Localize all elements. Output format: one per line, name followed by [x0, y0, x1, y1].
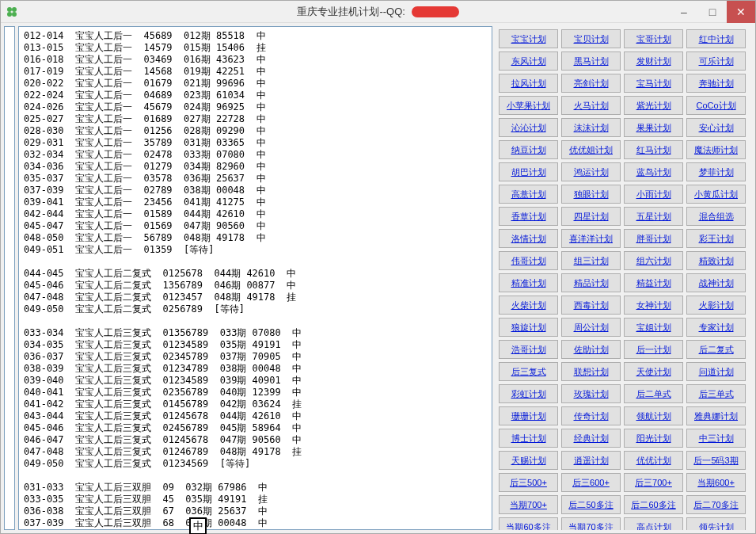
plan-button[interactable]: 香蕈计划 — [499, 207, 558, 226]
plan-button[interactable]: 高点计划 — [624, 517, 683, 530]
plan-button[interactable]: 黑马计划 — [561, 51, 621, 71]
plan-button[interactable]: 后二50多注 — [561, 495, 621, 514]
plan-button[interactable]: 佐助计划 — [561, 340, 621, 359]
plan-button[interactable]: 高薏计划 — [499, 185, 558, 204]
plan-button[interactable]: 领先计划 — [686, 517, 746, 530]
plan-button[interactable]: 沫沫计划 — [561, 118, 621, 137]
plan-button[interactable]: 当期600+ — [686, 473, 746, 492]
plan-button[interactable]: 蓝鸟计划 — [624, 162, 683, 181]
plan-button[interactable]: 精致计划 — [686, 251, 746, 270]
plan-button[interactable]: 周公计划 — [561, 318, 621, 337]
plan-button[interactable]: 当期60多注 — [499, 517, 558, 530]
plan-button[interactable]: 当期70多注 — [561, 517, 621, 530]
plan-button[interactable]: 中三计划 — [686, 429, 746, 448]
plan-button[interactable]: 火柴计划 — [499, 296, 558, 315]
plan-button[interactable]: 果果计划 — [624, 118, 683, 137]
plan-button[interactable]: 四星计划 — [561, 207, 621, 226]
plan-button[interactable]: 浩哥计划 — [499, 340, 558, 359]
plan-button[interactable]: 珊珊计划 — [499, 406, 558, 425]
plan-button[interactable]: 传奇计划 — [561, 406, 621, 425]
plan-button[interactable]: 女神计划 — [624, 296, 683, 315]
plan-button[interactable]: 西毒计划 — [561, 296, 621, 315]
plan-button[interactable]: 奔驰计划 — [686, 74, 746, 93]
plan-button[interactable]: 红马计划 — [624, 140, 683, 159]
maximize-button[interactable]: □ — [698, 1, 727, 23]
plan-button[interactable]: 安心计划 — [686, 118, 746, 137]
plan-button[interactable]: CoCo计划 — [686, 96, 746, 115]
plan-button[interactable]: 彩王计划 — [686, 229, 746, 248]
plan-button[interactable]: 问道计划 — [686, 362, 746, 381]
plan-button[interactable]: 后三600+ — [561, 473, 621, 492]
plan-button[interactable]: 战神计划 — [686, 273, 746, 292]
plan-button[interactable]: 后二70多注 — [686, 495, 746, 514]
log-output[interactable]: 012-014 宝宝人工后一 45689 012期 85518 中 013-01… — [18, 26, 492, 530]
plan-button[interactable]: 宝贝计划 — [561, 29, 621, 48]
plan-button[interactable]: 魔法师计划 — [686, 140, 746, 159]
plan-button[interactable]: 后二复式 — [686, 340, 746, 359]
plan-button[interactable]: 东风计划 — [499, 51, 558, 71]
plan-button[interactable]: 联想计划 — [561, 362, 621, 381]
plan-button[interactable]: 宝宝计划 — [499, 29, 558, 48]
plan-button[interactable]: 阳光计划 — [624, 429, 683, 448]
plan-button[interactable]: 经典计划 — [561, 429, 621, 448]
plan-button[interactable]: 可乐计划 — [686, 51, 746, 71]
plan-button[interactable]: 小雨计划 — [624, 185, 683, 204]
plan-button[interactable]: 独眼计划 — [561, 185, 621, 204]
minimize-button[interactable]: – — [670, 1, 698, 23]
plan-button[interactable]: 精品计划 — [561, 273, 621, 292]
plan-button[interactable]: 当期700+ — [499, 495, 558, 514]
plan-button[interactable]: 优优计划 — [624, 451, 683, 470]
left-panel: 012-014 宝宝人工后一 45689 012期 85518 中 013-01… — [4, 26, 492, 530]
plan-button[interactable]: 宝姐计划 — [624, 318, 683, 337]
plan-button[interactable]: 火影计划 — [686, 296, 746, 315]
plan-button[interactable]: 后三700+ — [624, 473, 683, 492]
content-area: 012-014 宝宝人工后一 45689 012期 85518 中 013-01… — [1, 23, 755, 533]
plan-button[interactable]: 后一计划 — [624, 340, 683, 359]
plan-button[interactable]: 洛情计划 — [499, 229, 558, 248]
plan-button[interactable]: 伟哥计划 — [499, 251, 558, 270]
plan-button[interactable]: 后一5码3期 — [686, 451, 746, 470]
plan-button[interactable]: 沁沁计划 — [499, 118, 558, 137]
plan-button[interactable]: 天使计划 — [624, 362, 683, 381]
plan-button[interactable]: 精准计划 — [499, 273, 558, 292]
plan-button[interactable]: 彩虹计划 — [499, 384, 558, 403]
plan-button[interactable]: 火马计划 — [561, 96, 621, 115]
plan-button[interactable]: 后三单式 — [686, 384, 746, 403]
plan-button[interactable]: 亮剑计划 — [561, 74, 621, 93]
plan-button[interactable]: 发财计划 — [624, 51, 683, 71]
plan-button[interactable]: 狼旋计划 — [499, 318, 558, 337]
plan-button[interactable]: 组三计划 — [561, 251, 621, 270]
plan-button[interactable]: 逍遥计划 — [561, 451, 621, 470]
plan-button[interactable]: 喜洋洋计划 — [561, 229, 621, 248]
plan-button[interactable]: 鸿运计划 — [561, 162, 621, 181]
plan-button[interactable]: 宝哥计划 — [624, 29, 683, 48]
plan-button[interactable]: 胡巴计划 — [499, 162, 558, 181]
plan-button[interactable]: 后三复式 — [499, 362, 558, 381]
svg-point-1 — [12, 7, 17, 12]
plan-button[interactable]: 优优姐计划 — [561, 140, 621, 159]
plan-button[interactable]: 专家计划 — [686, 318, 746, 337]
plan-button[interactable]: 后三500+ — [499, 473, 558, 492]
plan-button[interactable]: 胖哥计划 — [624, 229, 683, 248]
plan-button[interactable]: 雅典娜计划 — [686, 406, 746, 425]
plan-button[interactable]: 天赐计划 — [499, 451, 558, 470]
plan-button[interactable]: 梦菲计划 — [686, 162, 746, 181]
plan-button[interactable]: 博士计划 — [499, 429, 558, 448]
plan-button[interactable]: 纳豆计划 — [499, 140, 558, 159]
plan-button[interactable]: 后二60多注 — [624, 495, 683, 514]
plan-button[interactable]: 玫瑰计划 — [561, 384, 621, 403]
plan-button[interactable]: 后二单式 — [624, 384, 683, 403]
plan-button[interactable]: 小黄瓜计划 — [686, 185, 746, 204]
plan-button[interactable]: 紫光计划 — [624, 96, 683, 115]
close-button[interactable]: ✕ — [727, 1, 755, 23]
plan-button[interactable]: 红中计划 — [686, 29, 746, 48]
plan-button[interactable]: 五星计划 — [624, 207, 683, 226]
plan-button[interactable]: 组六计划 — [624, 251, 683, 270]
plan-button[interactable]: 拉风计划 — [499, 74, 558, 93]
right-panel: 宝宝计划宝贝计划宝哥计划红中计划东风计划黑马计划发财计划可乐计划拉风计划亮剑计划… — [496, 26, 752, 530]
plan-button[interactable]: 小苹果计划 — [499, 96, 558, 115]
plan-button[interactable]: 精益计划 — [624, 273, 683, 292]
plan-button[interactable]: 领航计划 — [624, 406, 683, 425]
plan-button[interactable]: 宝马计划 — [624, 74, 683, 93]
plan-button[interactable]: 混合组选 — [686, 207, 746, 226]
